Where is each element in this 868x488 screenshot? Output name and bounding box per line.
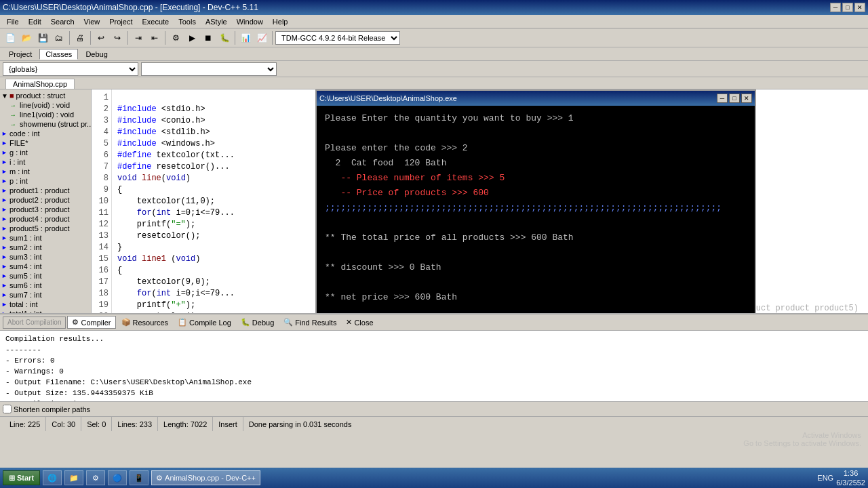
tree-item-code[interactable]: ► code : int bbox=[1, 129, 90, 138]
btm-tab-close[interactable]: ✕ Close bbox=[342, 317, 377, 328]
exec-line-5: -- Please number of items >>> 5 bbox=[325, 171, 747, 186]
tree-item-product1[interactable]: ► product1 : product bbox=[1, 186, 90, 195]
btm-tab-compiler[interactable]: ⚙ Compiler bbox=[67, 316, 115, 329]
tree-item-file[interactable]: ► FILE* bbox=[1, 138, 90, 148]
exec-title-bar[interactable]: C:\Users\USER\Desktop\AnimalShop.exe ─ □… bbox=[317, 91, 755, 106]
chart2-btn[interactable]: 📈 bbox=[254, 30, 269, 45]
undo-button[interactable]: ↩ bbox=[94, 30, 108, 45]
compile-button[interactable]: ⚙ bbox=[168, 30, 183, 45]
tree-item-p[interactable]: ► p : int bbox=[1, 176, 90, 186]
stop-button[interactable]: ⏹ bbox=[201, 30, 216, 45]
tree-item-line[interactable]: → line(void) : void bbox=[1, 100, 90, 110]
tree-item-product2[interactable]: ► product2 : product bbox=[1, 195, 90, 205]
debug-tab-icon: 🐛 bbox=[241, 318, 250, 327]
debug-button[interactable]: 🐛 bbox=[217, 30, 232, 45]
btm-tab-findresults[interactable]: 🔍 Find Results bbox=[279, 317, 340, 328]
tree-item-line1[interactable]: → line1(void) : void bbox=[1, 110, 90, 119]
tree-item-m[interactable]: ► m : int bbox=[1, 167, 90, 176]
editor-area[interactable]: 1234567891011121314151617181920212223242… bbox=[92, 89, 868, 313]
menu-execute[interactable]: Execute bbox=[138, 17, 173, 26]
abort-compilation-button[interactable]: Abort Compilation bbox=[3, 317, 66, 329]
shorten-checkbox-area[interactable]: Shorten compiler paths bbox=[0, 403, 93, 415]
tree-item-sum4[interactable]: ► sum4 : int bbox=[1, 262, 90, 271]
menu-view[interactable]: View bbox=[80, 17, 104, 26]
tree-item-g[interactable]: ► g : int bbox=[1, 148, 90, 157]
taskbar-icon-chrome[interactable]: 🔵 bbox=[108, 470, 127, 485]
output-line-6: - Output Size: 135.9443359375 KiB bbox=[5, 388, 863, 399]
file-tab-animashop[interactable]: AnimalShop.cpp bbox=[5, 79, 75, 89]
maximize-button[interactable]: □ bbox=[842, 3, 853, 12]
start-button[interactable]: ⊞ Start bbox=[3, 470, 40, 485]
exec-window: C:\Users\USER\Desktop\AnimalShop.exe ─ □… bbox=[315, 89, 756, 313]
tree-item-product4[interactable]: ► product4 : product bbox=[1, 214, 90, 224]
output-line-7: - Compilation Time: 1.81s bbox=[5, 399, 863, 401]
exec-line-6: -- Price of products >>> 600 bbox=[325, 186, 747, 201]
function-dropdown[interactable] bbox=[141, 62, 277, 76]
tab-debug[interactable]: Debug bbox=[79, 49, 113, 60]
btm-tab-resources[interactable]: 📦 Resources bbox=[117, 317, 173, 328]
tree-item-i[interactable]: ► i : int bbox=[1, 157, 90, 167]
menu-search[interactable]: Search bbox=[47, 17, 79, 26]
redo-button[interactable]: ↪ bbox=[110, 30, 125, 45]
taskbar-icon-ie[interactable]: 🌐 bbox=[43, 470, 62, 485]
tree-item-sum5[interactable]: ► sum5 : int bbox=[1, 271, 90, 281]
tree-item-product[interactable]: ▼■ product : struct bbox=[1, 91, 90, 100]
taskbar-icon-explorer[interactable]: 📁 bbox=[64, 470, 83, 485]
menu-astyle[interactable]: AStyle bbox=[201, 17, 231, 26]
tree-item-sum7[interactable]: ► sum7 : int bbox=[1, 290, 90, 300]
status-bar: Line: 225 Col: 30 Sel: 0 Lines: 233 Leng… bbox=[0, 416, 868, 431]
run-button[interactable]: ▶ bbox=[184, 30, 199, 45]
tab-project[interactable]: Project bbox=[3, 49, 38, 60]
tree-item-product3[interactable]: ► product3 : product bbox=[1, 205, 90, 214]
close-button[interactable]: ✕ bbox=[854, 3, 865, 12]
open-button[interactable]: 📂 bbox=[19, 30, 34, 45]
menu-help[interactable]: Help bbox=[269, 17, 292, 26]
sep4 bbox=[165, 31, 165, 45]
exec-content: Please Enter the quantity you want to bu… bbox=[317, 106, 755, 313]
compiler-dropdown[interactable]: TDM-GCC 4.9.2 64-bit Release bbox=[275, 31, 400, 45]
exec-close-button[interactable]: ✕ bbox=[741, 94, 752, 103]
title-bar-controls: ─ □ ✕ bbox=[830, 3, 865, 12]
title-bar-text: C:\Users\USER\Desktop\AnimalShop.cpp - [… bbox=[3, 3, 258, 12]
menu-file[interactable]: File bbox=[3, 17, 23, 26]
taskbar-icon-app5[interactable]: 📱 bbox=[130, 470, 149, 485]
chart1-btn[interactable]: 📊 bbox=[238, 30, 253, 45]
tree-item-sum6[interactable]: ► sum6 : int bbox=[1, 281, 90, 290]
tree-item-showmenu[interactable]: → showmenu (struct pr... bbox=[1, 119, 90, 129]
indent-button[interactable]: ⇥ bbox=[131, 30, 146, 45]
menu-project[interactable]: Project bbox=[105, 17, 136, 26]
output-line-1: Compilation results... bbox=[5, 333, 863, 344]
tab-classes[interactable]: Classes bbox=[39, 49, 78, 60]
btm-tab-debug[interactable]: 🐛 Debug bbox=[237, 317, 278, 328]
taskbar-icon-devcpp[interactable]: ⚙ bbox=[86, 470, 105, 485]
right-overflow-text: uct product product5) bbox=[756, 304, 859, 313]
tree-item-sum2[interactable]: ► sum2 : int bbox=[1, 243, 90, 252]
shorten-label[interactable]: Shorten compiler paths bbox=[14, 405, 90, 413]
tree-item-sum1[interactable]: ► sum1 : int bbox=[1, 233, 90, 243]
activate-windows-watermark: Activate Windows Go to Settings to activ… bbox=[743, 431, 861, 447]
shorten-checkbox-input[interactable] bbox=[3, 405, 12, 413]
menu-window[interactable]: Window bbox=[233, 17, 267, 26]
minimize-button[interactable]: ─ bbox=[830, 3, 841, 12]
print-button[interactable]: 🖨 bbox=[73, 30, 87, 45]
menu-edit[interactable]: Edit bbox=[24, 17, 45, 26]
new-button[interactable]: 📄 bbox=[3, 30, 18, 45]
btm-tab-compilelog[interactable]: 📋 Compile Log bbox=[174, 317, 235, 328]
save-all-button[interactable]: 🗂 bbox=[52, 30, 66, 45]
exec-minimize-button[interactable]: ─ bbox=[717, 94, 728, 103]
exec-maximize-button[interactable]: □ bbox=[729, 94, 740, 103]
menu-tools[interactable]: Tools bbox=[174, 17, 200, 26]
globals-dropdown[interactable]: {globals} bbox=[3, 62, 138, 76]
tab-row: Project Classes Debug bbox=[0, 47, 868, 61]
save-button[interactable]: 💾 bbox=[35, 30, 50, 45]
tree-item-total[interactable]: ► total : int bbox=[1, 300, 90, 309]
unindent-button[interactable]: ⇤ bbox=[147, 30, 162, 45]
tree-item-product5[interactable]: ► product5 : product bbox=[1, 224, 90, 233]
clock-date: 6/3/2552 bbox=[836, 478, 865, 487]
exec-line-8: ** The total price of all products >>> 6… bbox=[325, 230, 747, 245]
tree-item-sum3[interactable]: ► sum3 : int bbox=[1, 252, 90, 262]
activate-line2: Go to Settings to activate Windows. bbox=[743, 439, 861, 447]
taskbar-devcpp-window[interactable]: ⚙ AnimalShop.cpp - Dev-C++ bbox=[151, 470, 260, 485]
tree-item-total1[interactable]: ► total1 : int bbox=[1, 309, 90, 313]
status-length: Length: 7022 bbox=[158, 417, 213, 431]
